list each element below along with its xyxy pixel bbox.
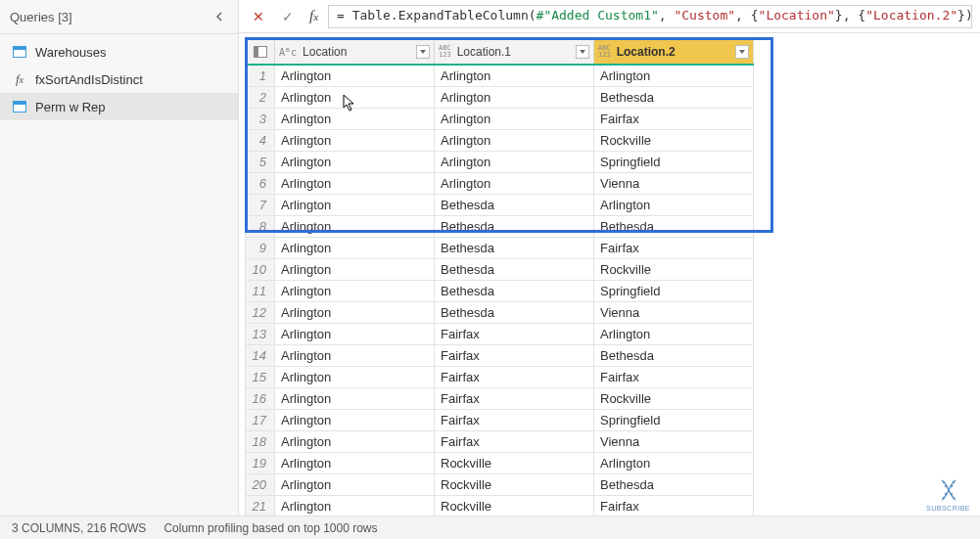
table-row[interactable]: 6ArlingtonArlingtonVienna: [246, 173, 754, 195]
row-number[interactable]: 4: [246, 130, 275, 152]
table-row[interactable]: 11ArlingtonBethesdaSpringfield: [246, 281, 754, 302]
row-number[interactable]: 9: [246, 238, 275, 259]
table-row[interactable]: 10ArlingtonBethesdaRockville: [246, 259, 754, 281]
cell[interactable]: Bethesda: [594, 345, 754, 367]
row-number[interactable]: 21: [246, 496, 275, 517]
column-header-location[interactable]: AᴮcLocation: [275, 40, 435, 66]
cell[interactable]: Arlington: [275, 453, 435, 474]
cell[interactable]: Arlington: [275, 65, 435, 87]
row-number[interactable]: 7: [246, 195, 275, 216]
cell[interactable]: Fairfax: [594, 109, 754, 130]
cell[interactable]: Arlington: [275, 474, 435, 496]
column-filter-button[interactable]: [735, 45, 749, 59]
collapse-sidebar-button[interactable]: [210, 8, 228, 25]
table-row[interactable]: 8ArlingtonBethesdaBethesda: [246, 216, 754, 238]
formula-input[interactable]: = Table.ExpandTableColumn(#"Added Custom…: [328, 5, 972, 28]
cell[interactable]: Arlington: [435, 130, 594, 152]
cell[interactable]: Arlington: [435, 173, 594, 195]
cell[interactable]: Arlington: [594, 324, 754, 345]
row-number[interactable]: 15: [246, 367, 275, 388]
cell[interactable]: Arlington: [435, 65, 594, 87]
cell[interactable]: Arlington: [275, 259, 435, 281]
row-number[interactable]: 5: [246, 152, 275, 173]
data-grid[interactable]: AᴮcLocationABC123Location.1ABC123Locatio…: [245, 39, 754, 516]
row-number[interactable]: 1: [246, 65, 275, 87]
row-number[interactable]: 8: [246, 216, 275, 238]
cell[interactable]: Bethesda: [435, 216, 594, 238]
cell[interactable]: Arlington: [275, 410, 435, 431]
cell[interactable]: Springfield: [594, 410, 754, 431]
row-number[interactable]: 2: [246, 87, 275, 109]
row-number[interactable]: 16: [246, 388, 275, 410]
cell[interactable]: Arlington: [275, 302, 435, 324]
cell[interactable]: Fairfax: [594, 367, 754, 388]
cell[interactable]: Bethesda: [594, 474, 754, 496]
row-number[interactable]: 17: [246, 410, 275, 431]
row-number[interactable]: 10: [246, 259, 275, 281]
table-row[interactable]: 7ArlingtonBethesdaArlington: [246, 195, 754, 216]
cell[interactable]: Arlington: [275, 324, 435, 345]
cell[interactable]: Fairfax: [435, 410, 594, 431]
subscribe-badge[interactable]: SUBSCRIBE: [926, 477, 970, 512]
cell[interactable]: Arlington: [435, 152, 594, 173]
cell[interactable]: Arlington: [275, 367, 435, 388]
cell[interactable]: Bethesda: [594, 216, 754, 238]
cell[interactable]: Arlington: [275, 431, 435, 453]
cell[interactable]: Rockville: [435, 474, 594, 496]
row-number[interactable]: 13: [246, 324, 275, 345]
table-row[interactable]: 1ArlingtonArlingtonArlington: [246, 65, 754, 87]
table-row[interactable]: 2ArlingtonArlingtonBethesda: [246, 87, 754, 109]
column-filter-button[interactable]: [576, 45, 589, 59]
row-number[interactable]: 19: [246, 453, 275, 474]
table-row[interactable]: 5ArlingtonArlingtonSpringfield: [246, 152, 754, 173]
cell[interactable]: Arlington: [275, 109, 435, 130]
grid-corner-button[interactable]: [246, 40, 275, 66]
cell[interactable]: Fairfax: [435, 388, 594, 410]
cell[interactable]: Arlington: [275, 216, 435, 238]
cell[interactable]: Fairfax: [435, 367, 594, 388]
column-header-location-2[interactable]: ABC123Location.2: [594, 40, 754, 66]
cell[interactable]: Bethesda: [435, 259, 594, 281]
cell[interactable]: Arlington: [275, 388, 435, 410]
cell[interactable]: Arlington: [594, 453, 754, 474]
cell[interactable]: Bethesda: [435, 281, 594, 302]
cell[interactable]: Arlington: [594, 195, 754, 216]
cell[interactable]: Arlington: [435, 87, 594, 109]
table-row[interactable]: 12ArlingtonBethesdaVienna: [246, 302, 754, 324]
cell[interactable]: Arlington: [275, 496, 435, 517]
cell[interactable]: Springfield: [594, 152, 754, 173]
sidebar-item-perm-w-rep[interactable]: Perm w Rep: [0, 93, 238, 120]
row-number[interactable]: 11: [246, 281, 275, 302]
cell[interactable]: Rockville: [594, 388, 754, 410]
cell[interactable]: Vienna: [594, 431, 754, 453]
cell[interactable]: Arlington: [275, 152, 435, 173]
cell[interactable]: Arlington: [275, 173, 435, 195]
table-row[interactable]: 17ArlingtonFairfaxSpringfield: [246, 410, 754, 431]
cell[interactable]: Fairfax: [435, 345, 594, 367]
row-number[interactable]: 20: [246, 474, 275, 496]
table-row[interactable]: 9ArlingtonBethesdaFairfax: [246, 238, 754, 259]
column-filter-button[interactable]: [416, 45, 430, 59]
cell[interactable]: Rockville: [594, 130, 754, 152]
formula-confirm-button[interactable]: ✓: [276, 5, 300, 28]
cell[interactable]: Fairfax: [435, 324, 594, 345]
cell[interactable]: Arlington: [275, 87, 435, 109]
cell[interactable]: Vienna: [594, 302, 754, 324]
cell[interactable]: Bethesda: [435, 302, 594, 324]
table-row[interactable]: 16ArlingtonFairfaxRockville: [246, 388, 754, 410]
row-number[interactable]: 6: [246, 173, 275, 195]
cell[interactable]: Rockville: [594, 259, 754, 281]
cell[interactable]: Fairfax: [594, 496, 754, 517]
table-row[interactable]: 13ArlingtonFairfaxArlington: [246, 324, 754, 345]
formula-cancel-button[interactable]: ✕: [247, 5, 270, 28]
cell[interactable]: Fairfax: [594, 238, 754, 259]
table-row[interactable]: 20ArlingtonRockvilleBethesda: [246, 474, 754, 496]
table-row[interactable]: 14ArlingtonFairfaxBethesda: [246, 345, 754, 367]
cell[interactable]: Bethesda: [435, 195, 594, 216]
row-number[interactable]: 18: [246, 431, 275, 453]
cell[interactable]: Arlington: [435, 109, 594, 130]
cell[interactable]: Fairfax: [435, 431, 594, 453]
column-header-location-1[interactable]: ABC123Location.1: [435, 40, 594, 66]
row-number[interactable]: 14: [246, 345, 275, 367]
cell[interactable]: Arlington: [275, 238, 435, 259]
